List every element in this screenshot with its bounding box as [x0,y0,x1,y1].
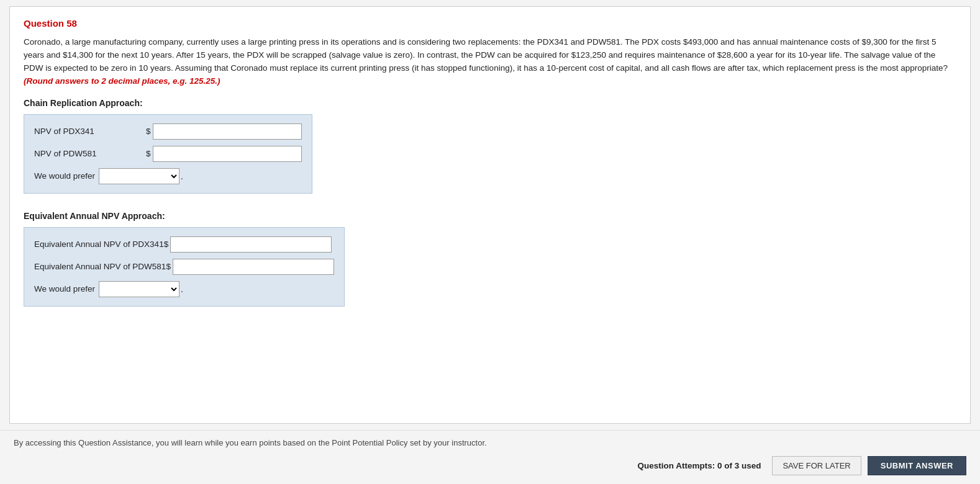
attempts-label: Question Attempts: 0 of 3 used [637,461,761,470]
chain-npv-pdw-row: NPV of PDW581 $ [34,146,302,162]
footer-actions: Question Attempts: 0 of 3 used SAVE FOR … [14,456,966,475]
chain-period: . [181,171,183,181]
chain-prefer-select[interactable]: PDX341 PDW581 [99,168,179,184]
chain-npv-pdw-label: NPV of PDW581 [34,149,146,158]
equiv-npv-pdx-input[interactable] [170,236,332,253]
chain-npv-pdw-dollar: $ [146,149,151,158]
question-number: Question 58 [24,18,956,29]
chain-prefer-label: We would prefer [34,171,95,181]
chain-replication-table: NPV of PDX341 $ NPV of PDW581 $ We would… [24,114,312,194]
footer-note: By accessing this Question Assistance, y… [14,438,966,447]
equiv-prefer-select[interactable]: PDX341 PDW581 [99,281,179,297]
equiv-npv-pdx-label: Equivalent Annual NPV of PDX341 [34,240,164,249]
footer: By accessing this Question Assistance, y… [0,430,980,484]
equiv-npv-pdw-dollar: $ [166,262,171,271]
save-for-later-button[interactable]: SAVE FOR LATER [772,456,861,475]
equiv-prefer-row: We would prefer PDX341 PDW581 . [34,281,334,297]
round-note: (Round answers to 2 decimal places, e.g.… [24,76,220,86]
equiv-npv-pdw-label: Equivalent Annual NPV of PDW581 [34,262,166,271]
equivalent-annual-table: Equivalent Annual NPV of PDX341 $ Equiva… [24,227,345,307]
question-text: Coronado, a large manufacturing company,… [24,36,956,88]
chain-prefer-row: We would prefer PDX341 PDW581 . [34,168,302,184]
equiv-npv-pdx-row: Equivalent Annual NPV of PDX341 $ [34,236,334,253]
submit-answer-button[interactable]: SUBMIT ANSWER [868,456,966,475]
equiv-npv-pdx-dollar: $ [164,240,169,249]
equiv-npv-pdw-input[interactable] [173,259,334,275]
chain-npv-pdx-input[interactable] [153,123,302,140]
chain-npv-pdx-dollar: $ [146,127,151,136]
equiv-npv-pdw-row: Equivalent Annual NPV of PDW581 $ [34,259,334,275]
equiv-period: . [181,284,183,294]
chain-npv-pdx-row: NPV of PDX341 $ [34,123,302,140]
chain-npv-pdx-label: NPV of PDX341 [34,127,146,136]
chain-section-title: Chain Replication Approach: [24,98,956,108]
equiv-prefer-label: We would prefer [34,284,95,294]
chain-npv-pdw-input[interactable] [153,146,302,162]
equivalent-section-title: Equivalent Annual NPV Approach: [24,211,956,221]
